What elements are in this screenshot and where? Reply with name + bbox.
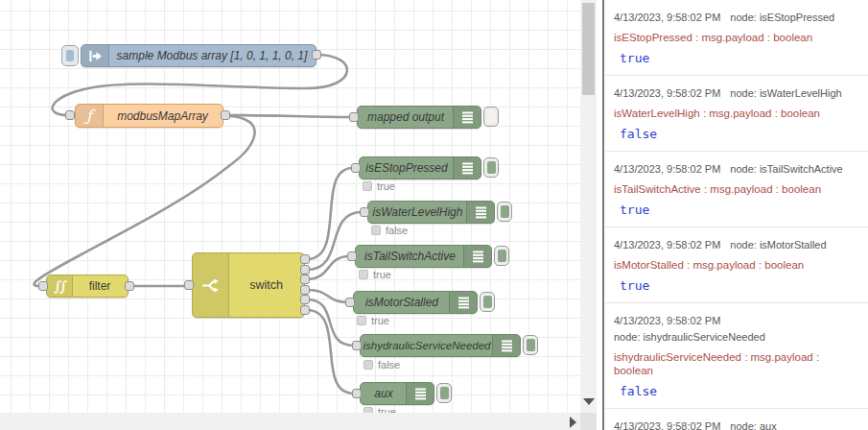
- debug-toggle[interactable]: [483, 107, 499, 127]
- debug-label: aux: [361, 383, 407, 404]
- message-node: node: isEStopPressed: [730, 11, 834, 25]
- switch-output-port-6[interactable]: [300, 305, 310, 315]
- debug-toggle-inner: [483, 296, 492, 308]
- scroll-down-arrow-icon[interactable]: [583, 398, 595, 405]
- message-meta: isTailSwitchActive : msg.payload : boole…: [614, 182, 860, 196]
- status-text: true: [371, 315, 389, 326]
- node-debug-aux[interactable]: aux: [360, 382, 434, 405]
- node-inject[interactable]: sample Modbus array [1, 0, 1, 1, 0, 1]: [81, 44, 317, 67]
- status-dot-icon: [357, 316, 366, 325]
- node-switch[interactable]: switch: [192, 252, 305, 318]
- node-status: false: [364, 359, 400, 370]
- node-debug-iswaterlevelhigh[interactable]: isWaterLevelHigh: [367, 201, 495, 224]
- message-node: node: isTailSwitchActive: [730, 162, 842, 177]
- debug-input-port[interactable]: [349, 112, 359, 122]
- horizontal-scrollbar-track[interactable]: [0, 413, 580, 430]
- debug-toggle[interactable]: [497, 202, 512, 222]
- debug-list-icon: [453, 157, 481, 179]
- node-debug-istailswitchactive[interactable]: isTailSwitchActive: [355, 245, 492, 268]
- message-node: node: aux: [730, 419, 776, 430]
- function-output-port[interactable]: [221, 110, 230, 120]
- debug-label: isEStopPressed: [360, 157, 454, 179]
- filter-label: filter: [72, 275, 128, 297]
- debug-message: 4/13/2023, 9:58:02 PMnode: ishydraulicSe…: [605, 303, 868, 409]
- filter-icon: ∫∫: [47, 275, 73, 297]
- debug-list-icon: [406, 383, 434, 404]
- node-debug-ishydraulicserviceneeded[interactable]: ishydraulicServiceNeeded: [360, 334, 521, 357]
- node-status: false: [371, 225, 408, 236]
- node-status: true: [359, 269, 391, 280]
- wire-switch-isestoppressed[interactable]: [307, 168, 353, 259]
- node-status: true: [363, 180, 395, 192]
- debug-message: 4/13/2023, 9:58:02 PMnode: isMotorStalle…: [605, 227, 868, 303]
- status-text: true: [373, 269, 391, 280]
- message-node: node: isWaterLevelHigh: [730, 86, 841, 101]
- node-debug-isestoppressed[interactable]: isEStopPressed: [359, 156, 481, 179]
- flow-canvas[interactable]: sample Modbus array [1, 0, 1, 1, 0, 1] ƒ…: [0, 0, 580, 413]
- message-value: true: [614, 203, 860, 217]
- debug-toggle[interactable]: [523, 335, 538, 355]
- debug-toggle[interactable]: [436, 383, 452, 403]
- switch-output-port-5[interactable]: [300, 295, 310, 304]
- debug-input-port[interactable]: [360, 207, 369, 217]
- debug-input-port[interactable]: [352, 341, 362, 350]
- message-node: node: ishydraulicServiceNeeded: [614, 330, 765, 345]
- debug-toggle[interactable]: [480, 292, 495, 312]
- debug-toggle-inner: [527, 339, 535, 351]
- debug-list-icon: [449, 292, 477, 313]
- function-icon: ƒ: [76, 105, 104, 127]
- message-meta: isEStopPressed : msg.payload : boolean: [614, 31, 860, 44]
- debug-message: 4/13/2023, 9:58:02 PMnode: isTailSwitchA…: [605, 152, 868, 227]
- debug-input-port[interactable]: [347, 251, 357, 261]
- filter-input-port[interactable]: [38, 281, 48, 291]
- message-timestamp: 4/13/2023, 9:58:02 PM: [614, 314, 720, 328]
- debug-label: mapped output: [358, 107, 454, 128]
- message-node: node: isMotorStalled: [730, 238, 826, 252]
- scrollbar-corner: [580, 413, 597, 430]
- filter-output-port[interactable]: [125, 281, 134, 291]
- debug-message: 4/13/2023, 9:58:02 PMnode: isEStopPresse…: [605, 0, 868, 76]
- function-input-port[interactable]: [65, 110, 75, 120]
- debug-list-icon: [463, 246, 491, 267]
- switch-output-port-1[interactable]: [300, 254, 310, 264]
- debug-toggle-inner: [501, 205, 509, 218]
- inject-button-inner: [66, 50, 74, 61]
- switch-output-port-3[interactable]: [300, 275, 310, 284]
- debug-message: 4/13/2023, 9:58:02 PMnode: aux aux : msg…: [605, 409, 868, 430]
- status-text: true: [378, 406, 396, 413]
- status-dot-icon: [364, 360, 373, 370]
- inject-label: sample Modbus array [1, 0, 1, 1, 0, 1]: [108, 45, 316, 66]
- message-meta: ishydraulicServiceNeeded : msg.payload :…: [614, 350, 860, 377]
- node-debug-ismotorstalled[interactable]: isMotorStalled: [353, 291, 478, 314]
- debug-sidebar[interactable]: 4/13/2023, 9:58:02 PMnode: isEStopPresse…: [605, 0, 868, 430]
- inject-button[interactable]: [61, 45, 79, 66]
- inject-output-port[interactable]: [312, 50, 321, 60]
- panel-splitter[interactable]: [602, 0, 604, 430]
- switch-input-port[interactable]: [184, 280, 194, 290]
- debug-list-icon: [466, 202, 494, 223]
- message-timestamp: 4/13/2023, 9:58:02 PM: [614, 419, 720, 430]
- message-meta: isWaterLevelHigh : msg.payload : boolean: [614, 107, 860, 120]
- function-label: modbusMapArray: [103, 105, 223, 127]
- switch-output-port-4[interactable]: [300, 285, 310, 295]
- debug-toggle[interactable]: [494, 246, 509, 266]
- switch-output-port-2[interactable]: [300, 265, 310, 275]
- scroll-right-arrow-icon[interactable]: [570, 417, 576, 428]
- node-filter[interactable]: ∫∫ filter: [46, 275, 129, 298]
- status-dot-icon: [363, 181, 372, 191]
- debug-label: ishydraulicServiceNeeded: [361, 335, 493, 356]
- debug-toggle-inner: [498, 250, 506, 262]
- node-function[interactable]: ƒ modbusMapArray: [75, 104, 223, 128]
- debug-input-port[interactable]: [352, 389, 362, 398]
- vertical-scrollbar-thumb[interactable]: [582, 3, 595, 95]
- debug-toggle-inner: [487, 110, 496, 123]
- wire-function-mapped-output[interactable]: [230, 115, 351, 117]
- status-dot-icon: [371, 226, 381, 235]
- inject-icon: [82, 45, 109, 66]
- debug-toggle[interactable]: [483, 157, 499, 178]
- debug-input-port[interactable]: [345, 298, 355, 307]
- debug-label: isTailSwitchActive: [356, 246, 464, 267]
- node-debug-mapped-output[interactable]: mapped output: [357, 106, 481, 129]
- status-dot-icon: [359, 270, 368, 279]
- debug-input-port[interactable]: [351, 163, 361, 173]
